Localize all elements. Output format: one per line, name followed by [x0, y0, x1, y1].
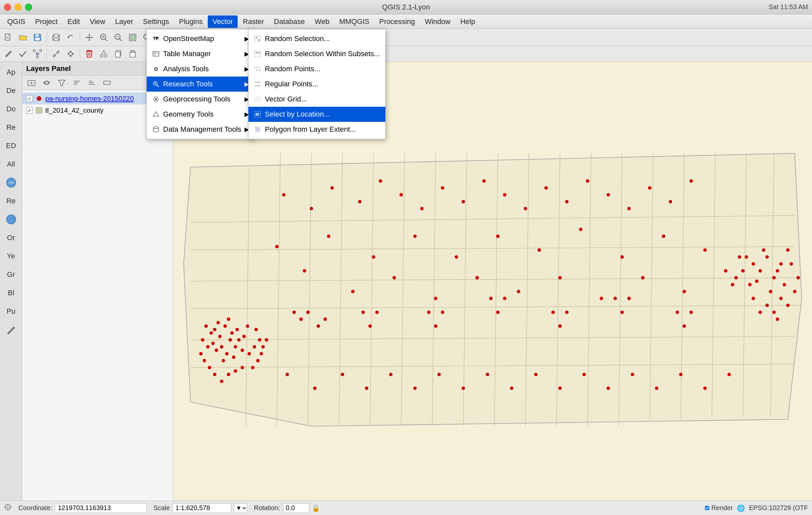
layer-checkbox-county[interactable]: ✓ [26, 107, 33, 114]
menu-settings[interactable]: Settings [139, 16, 174, 28]
minimize-button[interactable] [14, 4, 22, 11]
coordinate-field: Coordinate: [19, 503, 147, 513]
vm-analysis-tools[interactable]: ⚙ Analysis Tools ▶ [147, 61, 254, 77]
svg-point-253 [620, 310, 624, 314]
menu-web[interactable]: Web [310, 16, 334, 28]
layers-sort-down-button[interactable] [70, 76, 83, 89]
vm-table-manager[interactable]: Table Manager ▶ [147, 46, 254, 61]
layers-panel-title: Layers Panel [26, 64, 71, 73]
open-project-button[interactable] [17, 31, 30, 44]
menu-processing[interactable]: Processing [375, 16, 419, 28]
digitize-button[interactable] [31, 47, 44, 60]
research-submenu[interactable]: Random Selection... Random Selection Wit… [248, 29, 386, 139]
svg-point-45 [36, 53, 39, 55]
sidebar-icon-pu[interactable]: Pu [3, 303, 20, 320]
svg-point-142 [213, 373, 216, 376]
menu-help[interactable]: Help [456, 16, 480, 28]
vm-openstreetmap[interactable]: 🗺 OpenStreetMap ▶ [147, 31, 254, 46]
sidebar-icon-all[interactable]: All [3, 156, 20, 173]
move-feature-button[interactable] [64, 47, 77, 60]
vm-data-management[interactable]: Data Management Tools ▶ [147, 122, 254, 137]
sidebar-icon-de[interactable]: De [3, 82, 20, 99]
scale-input[interactable] [172, 503, 231, 513]
cut-features-button[interactable] [97, 47, 110, 60]
sidebar-icon-globe2[interactable] [3, 211, 20, 228]
layers-expand-button[interactable] [100, 76, 114, 89]
rs-random-points[interactable]: Random Points... [249, 61, 385, 77]
rs-vector-grid-label: Vector Grid... [265, 95, 307, 104]
layers-show-all-button[interactable] [40, 76, 53, 89]
pan-button[interactable] [83, 31, 96, 44]
rs-polygon-from-extent[interactable]: Polygon from Layer Extent... [249, 122, 385, 137]
sidebar-icon-pencil[interactable] [3, 321, 20, 338]
layers-sort-up-button[interactable] [85, 76, 98, 89]
menu-qgis[interactable]: QGIS [3, 16, 30, 28]
zoom-out-button[interactable] [112, 31, 125, 44]
menu-window[interactable]: Window [420, 16, 455, 28]
svg-point-226 [534, 373, 538, 376]
vm-geometry-tools[interactable]: Geometry Tools ▶ [147, 107, 254, 122]
scale-dropdown[interactable]: ▼ [234, 503, 247, 513]
menu-edit[interactable]: Edit [63, 16, 85, 28]
layers-filter-button[interactable] [55, 76, 68, 89]
sidebar-icon-bl[interactable]: Bl [3, 284, 20, 301]
rs-random-selection[interactable]: Random Selection... [249, 31, 385, 46]
svg-point-219 [365, 386, 369, 390]
save-project-button[interactable] [31, 31, 44, 44]
menu-plugins[interactable]: Plugins [174, 16, 207, 28]
print-composer-button[interactable] [50, 31, 63, 44]
menu-raster[interactable]: Raster [238, 16, 269, 28]
sidebar-icon-ap[interactable]: Ap [3, 64, 20, 81]
svg-point-164 [793, 290, 796, 293]
rs-random-selection-subsets[interactable]: Random Selection Within Subsets... [249, 46, 385, 61]
layers-add-group-button[interactable] [25, 76, 38, 89]
vector-menu[interactable]: 🗺 OpenStreetMap ▶ Table Manager ▶ ⚙ Anal… [146, 29, 255, 139]
sidebar-icon-ed[interactable]: ED [3, 137, 20, 154]
rs-select-by-location[interactable]: Select by Location... [249, 107, 385, 122]
menu-database[interactable]: Database [269, 16, 310, 28]
close-button[interactable] [4, 4, 11, 11]
sidebar-icon-or[interactable]: Or [3, 229, 20, 246]
svg-point-111 [220, 345, 224, 349]
coordinate-input[interactable] [55, 503, 147, 513]
vertex-tool-button[interactable] [50, 47, 63, 60]
research-tools-icon [152, 80, 160, 88]
menu-project[interactable]: Project [31, 16, 62, 28]
select-by-location-icon [254, 110, 262, 118]
save-edits-button[interactable] [17, 47, 30, 60]
svg-point-141 [208, 366, 211, 370]
vm-geoprocessing-tools[interactable]: Geoprocessing Tools ▶ [147, 92, 254, 107]
render-check[interactable] [705, 506, 709, 510]
maximize-button[interactable] [25, 4, 32, 11]
menu-view[interactable]: View [85, 16, 110, 28]
paste-features-button[interactable] [126, 47, 139, 60]
sidebar-icon-gr[interactable]: Gr [3, 266, 20, 283]
zoom-in-button[interactable] [97, 31, 110, 44]
sidebar-icon-globe1[interactable] [3, 174, 20, 191]
vm-geoprocessing-tools-label: Geoprocessing Tools [163, 95, 230, 104]
layer-checkbox-nursing-homes[interactable]: ✓ [26, 95, 33, 102]
svg-point-59 [105, 55, 107, 57]
rs-regular-points[interactable]: Regular Points... [249, 77, 385, 92]
menu-vector[interactable]: Vector [208, 16, 237, 28]
edit-pencil-button[interactable] [2, 47, 15, 60]
menu-mmqgis[interactable]: MMQGIS [335, 16, 374, 28]
svg-point-200 [379, 179, 382, 183]
copy-features-button[interactable] [112, 47, 125, 60]
vm-research-tools[interactable]: Research Tools ▶ [147, 77, 254, 92]
menu-layer[interactable]: Layer [111, 16, 138, 28]
rotation-input[interactable] [283, 503, 309, 513]
sidebar-icon-do[interactable]: Do [3, 101, 20, 117]
delete-selected-button[interactable] [83, 47, 96, 60]
new-project-button[interactable] [2, 31, 15, 44]
undo-button[interactable] [64, 31, 77, 44]
sidebar-icon-re2[interactable]: Re [3, 192, 20, 210]
table-manager-icon [152, 50, 160, 58]
sidebar-icon-ye[interactable]: Ye [3, 248, 20, 265]
zoom-full-button[interactable] [126, 31, 139, 44]
svg-point-282 [257, 82, 258, 83]
sidebar-icon-re[interactable]: Re [3, 119, 20, 136]
render-checkbox[interactable]: Render [705, 504, 733, 512]
rs-vector-grid[interactable]: Vector Grid... [249, 92, 385, 107]
svg-rect-287 [255, 96, 257, 99]
